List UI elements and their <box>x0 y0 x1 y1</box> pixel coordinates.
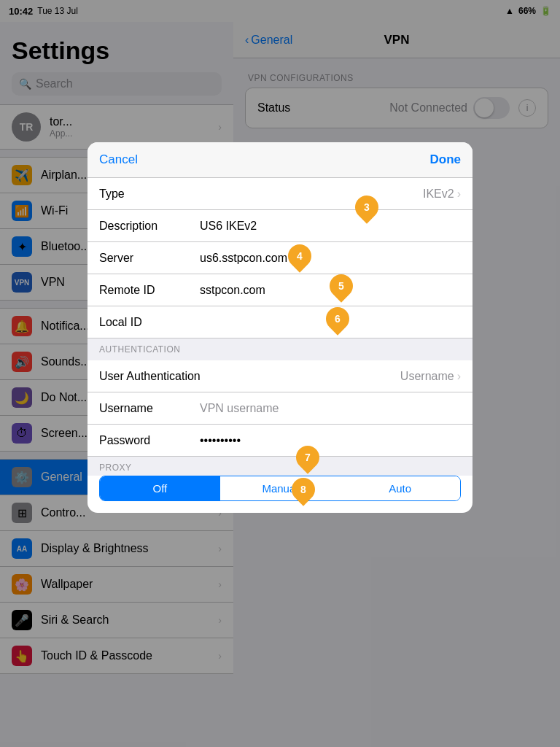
username-value: VPN username <box>200 402 279 415</box>
remote-id-value: sstpcon.com <box>200 284 265 297</box>
proxy-segment-control[interactable]: Off Manual Auto <box>99 476 461 501</box>
type-label: Type <box>99 187 194 201</box>
remote-id-row[interactable]: Remote ID sstpcon.com <box>88 274 472 306</box>
proxy-manual-button[interactable]: Manual <box>220 476 341 500</box>
password-row[interactable]: Password •••••••••• <box>88 425 472 457</box>
user-auth-value: Username › <box>400 370 461 383</box>
auth-section-header: AUTHENTICATION <box>88 338 472 360</box>
local-id-label: Local ID <box>99 316 194 329</box>
done-button[interactable]: Done <box>429 152 461 167</box>
password-label: Password <box>99 434 194 447</box>
description-label: Description <box>99 220 194 233</box>
remote-id-label: Remote ID <box>99 284 194 297</box>
local-id-row[interactable]: Local ID <box>88 306 472 338</box>
description-value: US6 IKEv2 <box>200 220 257 233</box>
user-auth-row[interactable]: User Authentication Username › <box>88 360 472 392</box>
user-auth-label: User Authentication <box>99 370 201 383</box>
vpn-config-modal: Cancel Done Type IKEv2 › Description US6… <box>88 142 472 513</box>
user-auth-chevron-icon: › <box>457 370 461 383</box>
server-label: Server <box>99 252 194 265</box>
type-row[interactable]: Type IKEv2 › <box>88 178 472 210</box>
type-chevron-icon: › <box>457 187 461 201</box>
username-row[interactable]: Username VPN username <box>88 392 472 425</box>
server-row[interactable]: Server us6.sstpcon.com <box>88 242 472 274</box>
proxy-off-button[interactable]: Off <box>100 476 220 500</box>
cancel-button[interactable]: Cancel <box>99 152 138 167</box>
username-label: Username <box>99 402 194 415</box>
server-value: us6.sstpcon.com <box>200 252 287 265</box>
proxy-section-header: PROXY <box>88 457 472 476</box>
type-value: IKEv2 › <box>423 187 461 201</box>
password-value: •••••••••• <box>200 434 241 447</box>
modal-header: Cancel Done <box>88 142 472 178</box>
proxy-auto-button[interactable]: Auto <box>340 476 460 500</box>
description-row[interactable]: Description US6 IKEv2 <box>88 210 472 242</box>
